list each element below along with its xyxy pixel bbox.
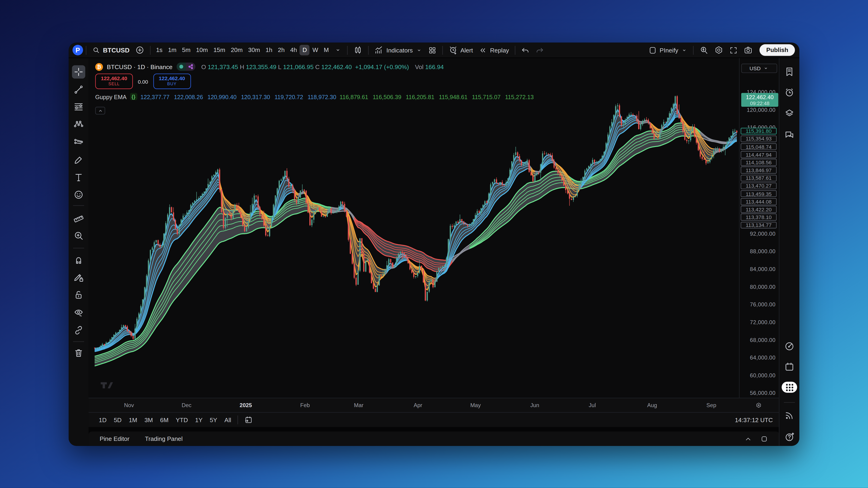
range-1M[interactable]: 1M bbox=[125, 417, 141, 423]
trading-panel-tab[interactable]: Trading Panel bbox=[145, 435, 183, 442]
layers-tool[interactable] bbox=[783, 107, 796, 120]
fullscreen-button[interactable] bbox=[726, 44, 741, 56]
magnet-icon bbox=[73, 254, 84, 265]
undo-button[interactable] bbox=[518, 44, 532, 56]
time-axis[interactable]: NovDec2025FebMarAprMayJunJulAugSep bbox=[89, 398, 779, 413]
time-label: Feb bbox=[300, 402, 310, 408]
settings-button[interactable] bbox=[711, 44, 726, 56]
chart-style-button[interactable] bbox=[350, 44, 365, 56]
timeframe-1m[interactable]: 1m bbox=[165, 45, 179, 55]
symbol-legend-row: ₿ BTCUSD · 1D · Binance bbox=[95, 63, 534, 71]
replay-button[interactable]: Replay bbox=[476, 44, 512, 56]
source-badges[interactable] bbox=[177, 63, 195, 71]
order-panel: 122,462.40 SELL 0.00 122,462.40 BUY bbox=[95, 73, 534, 89]
layout-button[interactable]: PIneify bbox=[645, 44, 690, 56]
xabcd-pattern-tool[interactable] bbox=[72, 118, 85, 131]
ruler-tool[interactable] bbox=[72, 212, 85, 225]
data-feed-tool[interactable] bbox=[783, 409, 796, 422]
chart-canvas[interactable] bbox=[89, 58, 739, 398]
divider bbox=[73, 205, 84, 206]
range-YTD[interactable]: YTD bbox=[172, 417, 191, 423]
range-1D[interactable]: 1D bbox=[95, 417, 110, 423]
quick-search-icon bbox=[699, 45, 709, 55]
timeframe-W[interactable]: W bbox=[310, 45, 321, 55]
ema-price-label: 113,459.35 bbox=[741, 190, 777, 197]
price-tick: 88,000.00 bbox=[750, 249, 776, 254]
panel-expand-button[interactable] bbox=[744, 435, 752, 443]
help-tool[interactable] bbox=[783, 430, 796, 444]
radar-tool[interactable] bbox=[783, 340, 796, 353]
price-scale[interactable]: 124,000.00120,000.00116,000.0092,000.008… bbox=[739, 58, 779, 398]
lock-all-tool[interactable] bbox=[72, 288, 85, 301]
hide-drawings-icon bbox=[73, 307, 84, 318]
drawing-mode-lock-tool[interactable] bbox=[72, 270, 85, 284]
legend-collapse-button[interactable] bbox=[95, 107, 105, 115]
currency-unit-button[interactable]: USD bbox=[741, 64, 777, 73]
timeframe-M[interactable]: M bbox=[321, 45, 332, 55]
chevron-down-icon bbox=[681, 47, 688, 53]
timeframe-5m[interactable]: 5m bbox=[179, 45, 193, 55]
parallel-channel-tool[interactable] bbox=[72, 136, 85, 149]
timeframe-2h[interactable]: 2h bbox=[275, 45, 287, 55]
timeframe-1s[interactable]: 1s bbox=[153, 45, 165, 55]
timeframe-1h[interactable]: 1h bbox=[263, 45, 275, 55]
timeframe-4h[interactable]: 4h bbox=[287, 45, 300, 55]
crosshair-tool[interactable] bbox=[72, 65, 85, 78]
range-All[interactable]: All bbox=[221, 417, 235, 423]
timeframe-dropdown[interactable] bbox=[332, 44, 344, 56]
indicators-button[interactable]: Indicators bbox=[371, 44, 425, 56]
alert-button[interactable]: Alert bbox=[445, 44, 476, 56]
range-6M[interactable]: 6M bbox=[157, 417, 172, 423]
symbol-title[interactable]: BTCUSD · 1D · Binance bbox=[107, 63, 173, 70]
alert-clock-tool[interactable] bbox=[783, 86, 796, 99]
calendar-tool[interactable] bbox=[783, 360, 796, 373]
fib-retracement-tool[interactable] bbox=[72, 100, 85, 113]
clock[interactable]: 14:37:12 UTC bbox=[735, 417, 773, 423]
ema-price-label: 115,048.74 bbox=[741, 143, 777, 150]
compare-add-symbol-button[interactable] bbox=[132, 44, 147, 56]
search-icon bbox=[92, 46, 100, 54]
radar-icon bbox=[784, 341, 795, 352]
app-logo[interactable]: P bbox=[72, 45, 83, 55]
watchlist-tool[interactable] bbox=[783, 65, 796, 78]
plus-circle-icon bbox=[135, 45, 145, 55]
emoji-tool[interactable] bbox=[72, 188, 85, 201]
guppy-long-value: 116,205.81 bbox=[406, 93, 434, 100]
link-icon bbox=[73, 325, 84, 336]
symbol-search-button[interactable]: BTCUSD bbox=[89, 44, 132, 56]
trash-tool[interactable] bbox=[72, 346, 85, 360]
range-5D[interactable]: 5D bbox=[110, 417, 125, 423]
lock-all-icon bbox=[73, 289, 84, 300]
link-tool[interactable] bbox=[72, 324, 85, 337]
timeframe-10m[interactable]: 10m bbox=[193, 45, 211, 55]
timeframe-D[interactable]: D bbox=[300, 45, 310, 55]
go-to-date-button[interactable] bbox=[244, 416, 253, 424]
redo-button[interactable] bbox=[532, 44, 547, 56]
timeframe-30m[interactable]: 30m bbox=[245, 45, 263, 55]
chart-pane: ₿ BTCUSD · 1D · Binance bbox=[89, 58, 779, 446]
brush-tool[interactable] bbox=[72, 153, 85, 166]
indicator-templates-button[interactable] bbox=[425, 44, 439, 56]
sell-button[interactable]: 122,462.40 SELL bbox=[95, 73, 133, 89]
quick-search-button[interactable] bbox=[696, 44, 711, 56]
timeframe-15m[interactable]: 15m bbox=[211, 45, 228, 55]
apps-grid-button[interactable] bbox=[781, 382, 797, 393]
trend-line-tool[interactable] bbox=[72, 83, 85, 96]
zoom-in-tool[interactable] bbox=[72, 229, 85, 242]
buy-button[interactable]: 122,462.40 BUY bbox=[153, 73, 191, 89]
range-5Y[interactable]: 5Y bbox=[206, 417, 221, 423]
pine-editor-tab[interactable]: Pine Editor bbox=[100, 435, 129, 442]
scale-settings-icon[interactable] bbox=[754, 401, 763, 410]
hide-drawings-tool[interactable] bbox=[72, 306, 85, 319]
range-3M[interactable]: 3M bbox=[141, 417, 157, 423]
guppy-long-ribbon bbox=[95, 123, 737, 366]
range-1Y[interactable]: 1Y bbox=[191, 417, 206, 423]
publish-button[interactable]: Publish bbox=[760, 44, 795, 56]
panel-maximize-button[interactable] bbox=[760, 435, 768, 443]
snapshot-button[interactable] bbox=[741, 44, 756, 56]
indicator-name[interactable]: Guppy EMA bbox=[95, 93, 127, 100]
magnet-tool[interactable] bbox=[72, 253, 85, 266]
chat-tool[interactable] bbox=[783, 128, 796, 141]
text-tool[interactable] bbox=[72, 171, 85, 184]
timeframe-20m[interactable]: 20m bbox=[228, 45, 245, 55]
